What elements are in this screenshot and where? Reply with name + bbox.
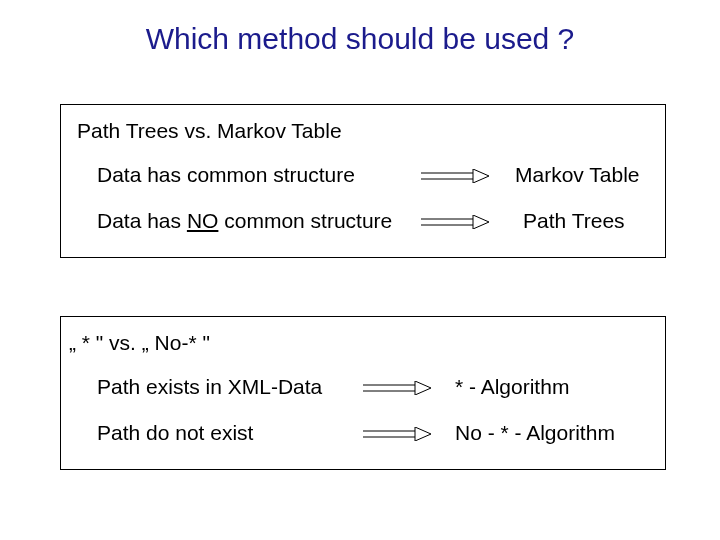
box2-row2-left-text: Path do not exist [97,421,253,444]
svg-marker-5 [473,215,489,229]
box1-row2-post: common structure [218,209,392,232]
box1-row1-result: Markov Table [515,163,640,187]
svg-marker-2 [473,169,489,183]
box1-heading: Path Trees vs. Markov Table [77,119,342,143]
arrow-icon [421,215,489,229]
box-star-vs-nostar: „ * " vs. „ No-* " Path exists in XML-Da… [60,316,666,470]
box1-row2-left: Data has NO common structure [97,209,392,233]
box1-row2-result: Path Trees [523,209,625,233]
box2-row2-result: No - * - Algorithm [455,421,615,445]
box2-row1-result: * - Algorithm [455,375,569,399]
box-path-vs-markov: Path Trees vs. Markov Table Data has com… [60,104,666,258]
box1-row2-emph: NO [187,209,219,232]
box2-row1-left: Path exists in XML-Data [97,375,322,399]
box2-row1-left-text: Path exists in XML-Data [97,375,322,398]
slide: Which method should be used ? Path Trees… [0,0,720,540]
arrow-icon [363,427,431,441]
box2-row2-left: Path do not exist [97,421,253,445]
svg-marker-11 [415,427,431,441]
box2-heading: „ * " vs. „ No-* " [69,331,210,355]
box1-row2-pre: Data has [97,209,187,232]
slide-title: Which method should be used ? [0,22,720,56]
arrow-icon [363,381,431,395]
box1-row1-left: Data has common structure [97,163,355,187]
arrow-icon [421,169,489,183]
box1-row1-left-text: Data has common structure [97,163,355,186]
svg-marker-8 [415,381,431,395]
